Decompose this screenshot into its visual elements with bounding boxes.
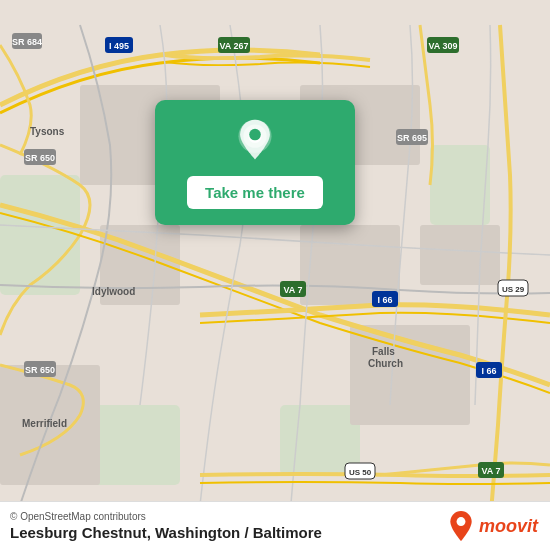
- moovit-brand-text: moovit: [479, 516, 538, 537]
- svg-rect-3: [430, 145, 490, 225]
- svg-text:Idylwood: Idylwood: [92, 286, 135, 297]
- svg-text:SR 684: SR 684: [12, 37, 42, 47]
- svg-text:Tysons: Tysons: [30, 126, 65, 137]
- svg-text:US 29: US 29: [502, 285, 525, 294]
- map-container: I 495 VA 267 VA 309 SR 684 SR 650 SR 695…: [0, 0, 550, 550]
- svg-text:I 66: I 66: [377, 295, 392, 305]
- bottom-left-info: © OpenStreetMap contributors Leesburg Ch…: [10, 511, 322, 541]
- svg-text:Falls: Falls: [372, 346, 395, 357]
- location-name: Leesburg Chestnut, Washington / Baltimor…: [10, 524, 322, 541]
- moovit-logo: moovit: [447, 510, 538, 542]
- svg-text:Church: Church: [368, 358, 403, 369]
- svg-text:I 66: I 66: [481, 366, 496, 376]
- take-me-there-button[interactable]: Take me there: [187, 176, 323, 209]
- svg-text:VA 309: VA 309: [428, 41, 457, 51]
- svg-text:I 495: I 495: [109, 41, 129, 51]
- svg-text:VA 267: VA 267: [219, 41, 248, 51]
- svg-text:SR 650: SR 650: [25, 365, 55, 375]
- svg-point-46: [457, 517, 466, 526]
- map-background: I 495 VA 267 VA 309 SR 684 SR 650 SR 695…: [0, 0, 550, 550]
- svg-point-45: [249, 129, 261, 141]
- svg-rect-10: [420, 225, 500, 285]
- bottom-bar: © OpenStreetMap contributors Leesburg Ch…: [0, 501, 550, 550]
- location-pin-icon: [231, 118, 279, 166]
- osm-attribution: © OpenStreetMap contributors: [10, 511, 322, 522]
- svg-text:SR 695: SR 695: [397, 133, 427, 143]
- moovit-pin-icon: [447, 510, 475, 542]
- popup-card: Take me there: [155, 100, 355, 225]
- svg-text:Merrifield: Merrifield: [22, 418, 67, 429]
- svg-text:VA 7: VA 7: [481, 466, 500, 476]
- svg-text:SR 650: SR 650: [25, 153, 55, 163]
- svg-text:VA 7: VA 7: [283, 285, 302, 295]
- svg-text:US 50: US 50: [349, 468, 372, 477]
